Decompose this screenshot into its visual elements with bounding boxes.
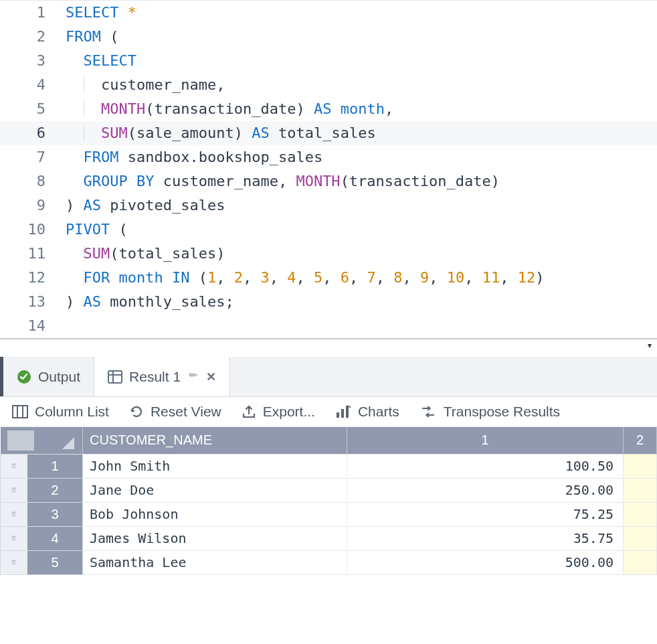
table-row[interactable]: ⠿2Jane Doe250.00 — [1, 478, 657, 502]
reset-icon — [129, 404, 144, 419]
code-content[interactable]: FROM sandbox.bookshop_sales — [66, 145, 657, 169]
row-number-cell[interactable]: ⠿3 — [1, 502, 83, 526]
line-number: 8 — [0, 169, 66, 193]
line-number: 3 — [0, 49, 66, 73]
column-header-1[interactable]: 1 — [347, 427, 624, 454]
row-grip-icon[interactable]: ⠿ — [1, 511, 27, 518]
tab-result-label: Result 1 — [129, 369, 181, 385]
cell-month-1[interactable]: 35.75 — [347, 526, 624, 550]
line-number: 5 — [0, 97, 66, 121]
table-row[interactable]: ⠿4James Wilson35.75 — [1, 526, 657, 550]
reset-view-button[interactable]: Reset View — [129, 404, 221, 420]
cell-month-2[interactable] — [624, 478, 657, 502]
code-content[interactable]: SELECT * — [66, 1, 657, 25]
editor-line[interactable]: 6 SUM(sale_amount) AS total_sales — [0, 121, 657, 145]
code-content[interactable]: GROUP BY customer_name, MONTH(transactio… — [66, 169, 657, 193]
code-content[interactable]: customer_name, — [66, 73, 657, 97]
column-list-button[interactable]: Column List — [12, 404, 109, 420]
row-grip-icon[interactable]: ⠿ — [1, 463, 27, 470]
cell-month-1[interactable]: 250.00 — [347, 478, 624, 502]
row-number: 5 — [27, 551, 82, 574]
code-content[interactable]: SUM(total_sales) — [66, 242, 657, 266]
export-button[interactable]: Export... — [242, 404, 315, 420]
close-icon[interactable]: ✕ — [206, 370, 216, 384]
cell-month-2[interactable] — [624, 526, 657, 550]
line-number: 12 — [0, 266, 66, 290]
transpose-icon — [419, 404, 437, 419]
row-number-cell[interactable]: ⠿1 — [1, 454, 83, 478]
editor-line[interactable]: 13) AS monthly_sales; — [0, 290, 657, 314]
line-number: 7 — [0, 145, 66, 169]
line-number: 2 — [0, 25, 66, 49]
row-number-cell[interactable]: ⠿5 — [1, 550, 83, 574]
svg-rect-1 — [108, 371, 122, 383]
editor-line[interactable]: 10PIVOT ( — [0, 218, 657, 242]
cell-customer-name[interactable]: Bob Johnson — [83, 502, 347, 526]
editor-line[interactable]: 14 — [0, 314, 657, 338]
transpose-label: Transpose Results — [444, 404, 560, 420]
export-icon — [242, 404, 256, 419]
line-number: 6 — [0, 121, 66, 145]
transpose-button[interactable]: Transpose Results — [419, 404, 560, 420]
cell-month-2[interactable] — [624, 454, 657, 478]
cell-month-2[interactable] — [624, 550, 657, 574]
editor-line[interactable]: 11 SUM(total_sales) — [0, 242, 657, 266]
editor-line[interactable]: 3 SELECT — [0, 49, 657, 73]
code-content[interactable] — [66, 314, 657, 338]
pin-icon[interactable] — [187, 369, 199, 384]
code-content[interactable]: ) AS pivoted_sales — [66, 193, 657, 218]
chart-icon — [335, 404, 351, 419]
tab-result-1[interactable]: Result 1 ✕ — [94, 357, 230, 396]
cell-month-1[interactable]: 100.50 — [347, 454, 624, 478]
line-number: 11 — [0, 242, 66, 266]
panel-collapse-icon[interactable]: ▾ — [642, 339, 657, 351]
cell-month-1[interactable]: 500.00 — [347, 550, 624, 574]
column-list-label: Column List — [35, 404, 109, 420]
editor-line[interactable]: 2FROM ( — [0, 25, 657, 49]
charts-button[interactable]: Charts — [335, 404, 399, 420]
cell-customer-name[interactable]: John Smith — [83, 454, 347, 478]
cell-month-2[interactable] — [624, 502, 657, 526]
cell-month-1[interactable]: 75.25 — [347, 502, 624, 526]
code-content[interactable]: PIVOT ( — [66, 218, 657, 242]
code-content[interactable]: ) AS monthly_sales; — [66, 290, 657, 314]
code-content[interactable]: SELECT — [66, 49, 657, 73]
cell-customer-name[interactable]: James Wilson — [83, 526, 347, 550]
editor-line[interactable]: 9) AS pivoted_sales — [0, 193, 657, 218]
cell-customer-name[interactable]: Jane Doe — [83, 478, 347, 502]
tab-output[interactable]: Output — [0, 357, 94, 396]
code-content[interactable]: FOR month IN (1, 2, 3, 4, 5, 6, 7, 8, 9,… — [66, 266, 657, 290]
tab-output-label: Output — [38, 369, 80, 385]
row-number-cell[interactable]: ⠿2 — [1, 478, 83, 502]
row-number-header[interactable] — [1, 427, 83, 454]
table-icon — [108, 370, 122, 384]
sql-editor[interactable]: 1SELECT *2FROM (3 SELECT4 customer_name,… — [0, 0, 657, 338]
editor-line[interactable]: 5 MONTH(transaction_date) AS month, — [0, 97, 657, 121]
row-grip-icon[interactable]: ⠿ — [1, 559, 27, 566]
success-icon — [17, 370, 31, 384]
column-header-2[interactable]: 2 — [624, 427, 657, 454]
editor-line[interactable]: 4 customer_name, — [0, 73, 657, 97]
editor-line[interactable]: 7 FROM sandbox.bookshop_sales — [0, 145, 657, 169]
code-content[interactable]: MONTH(transaction_date) AS month, — [66, 97, 657, 121]
cell-customer-name[interactable]: Samantha Lee — [83, 550, 347, 574]
panel-divider[interactable]: ▾ — [0, 338, 657, 357]
svg-rect-8 — [341, 409, 344, 418]
column-header-customer-name[interactable]: CUSTOMER_NAME — [83, 427, 347, 454]
editor-line[interactable]: 1SELECT * — [0, 1, 657, 25]
row-grip-icon[interactable]: ⠿ — [1, 535, 27, 542]
editor-line[interactable]: 12 FOR month IN (1, 2, 3, 4, 5, 6, 7, 8,… — [0, 266, 657, 290]
result-table[interactable]: CUSTOMER_NAME 1 2 ⠿1John Smith100.50⠿2Ja… — [0, 427, 657, 575]
code-content[interactable]: SUM(sale_amount) AS total_sales — [66, 121, 657, 145]
line-number: 14 — [0, 314, 66, 338]
table-row[interactable]: ⠿5Samantha Lee500.00 — [1, 550, 657, 574]
row-number-cell[interactable]: ⠿4 — [1, 526, 83, 550]
reset-view-label: Reset View — [151, 404, 221, 420]
row-number: 4 — [27, 527, 82, 550]
table-row[interactable]: ⠿3Bob Johnson75.25 — [1, 502, 657, 526]
row-grip-icon[interactable]: ⠿ — [1, 487, 27, 494]
svg-rect-4 — [13, 406, 27, 418]
editor-line[interactable]: 8 GROUP BY customer_name, MONTH(transact… — [0, 169, 657, 193]
code-content[interactable]: FROM ( — [66, 25, 657, 49]
table-row[interactable]: ⠿1John Smith100.50 — [1, 454, 657, 478]
